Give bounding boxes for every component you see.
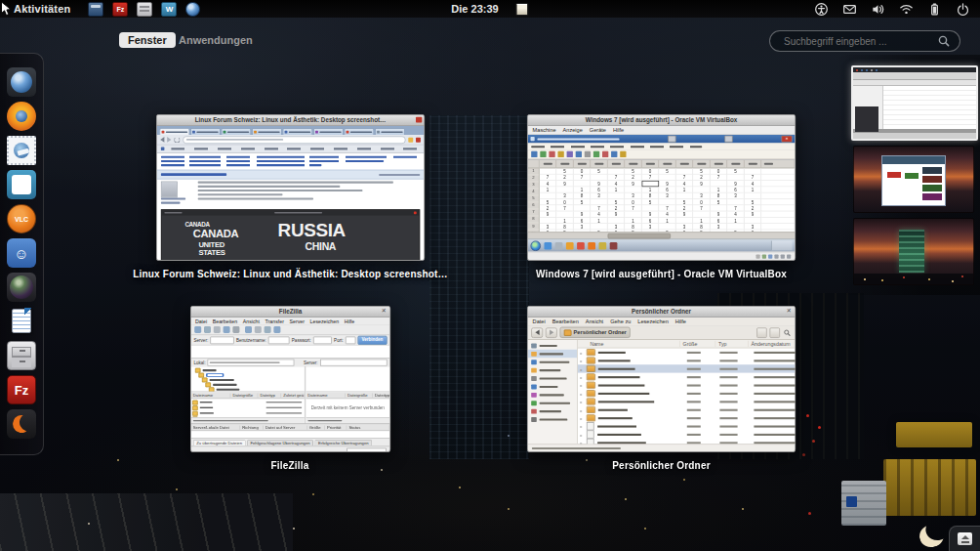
browser-tab <box>160 128 190 135</box>
port-input <box>346 336 355 344</box>
file-size <box>687 376 701 378</box>
notification-tray-icon[interactable] <box>516 3 529 16</box>
file-cabinet-icon[interactable] <box>7 341 36 370</box>
favicon-icon <box>224 130 226 133</box>
expander-icon: ▸ <box>581 374 585 379</box>
file-name <box>598 417 633 419</box>
folder-icon <box>192 400 198 404</box>
remote-pane: DateinameDateigrößeDateitypZuletzt geänd… <box>306 366 389 423</box>
word-app-icon[interactable]: W <box>161 2 177 17</box>
search-input[interactable] <box>770 35 936 48</box>
workspace-thumbnail-2[interactable] <box>853 146 974 213</box>
message-tray-corner[interactable] <box>949 526 980 551</box>
grid-column-headers <box>540 160 796 168</box>
virtualbox-title-bar: Windows 7 [wird ausgeführt] - Oracle VM … <box>528 115 796 126</box>
file-date <box>754 408 795 410</box>
mail-icon[interactable] <box>842 2 857 17</box>
window-thumbnail-browser[interactable]: Linux Forum Schweiz: Linux und Ästhetik:… <box>156 114 425 261</box>
chromium-icon[interactable] <box>7 67 36 97</box>
vlc-icon[interactable]: VLC <box>7 204 36 233</box>
grid-column-header <box>625 160 642 168</box>
column-header: Dateityp <box>373 393 390 397</box>
mini-window <box>881 155 946 206</box>
workspace-thumbnail-3[interactable] <box>853 218 974 285</box>
remote-path-input <box>320 360 388 366</box>
file-row: ▸ <box>578 389 796 397</box>
sidebar-item <box>528 415 577 423</box>
forum-user-meta <box>161 182 192 206</box>
filezilla-icon[interactable]: Fz <box>112 2 128 17</box>
filezilla-icon[interactable]: Fz <box>7 375 36 404</box>
window-thumbnail-virtualbox[interactable]: Windows 7 [wird ausgeführt] - Oracle VM … <box>527 114 796 261</box>
archive-manager-icon[interactable] <box>137 2 152 17</box>
tab-fenster[interactable]: Fenster <box>119 32 176 48</box>
forward-icon <box>167 137 171 143</box>
expander-icon: ▸ <box>581 391 585 396</box>
caption-browser: Linux Forum Schweiz: Linux und Ästhetik:… <box>107 269 473 279</box>
notes-app-icon[interactable]: W <box>7 170 36 199</box>
reload-icon <box>174 137 180 143</box>
local-directory-tree <box>191 366 305 392</box>
file-size <box>687 401 701 403</box>
firefox-icon[interactable] <box>7 102 36 131</box>
file-type <box>719 425 737 427</box>
browser-toolbar <box>157 135 425 146</box>
sidebar-item <box>528 341 577 349</box>
empathy-chat-icon[interactable]: ☺ <box>7 238 36 268</box>
clock[interactable]: Die 23:39 <box>451 3 498 15</box>
place-label <box>540 360 570 362</box>
writer-document-icon[interactable] <box>7 307 36 336</box>
header-text <box>764 163 773 165</box>
search-box <box>769 30 960 52</box>
header-text <box>679 163 688 165</box>
row-number: 1 <box>528 168 539 175</box>
expander-icon: ▸ <box>581 432 585 437</box>
thunderbird-icon[interactable] <box>7 136 36 165</box>
tab-title <box>381 131 402 132</box>
grid-column-header <box>608 160 626 168</box>
wordcloud-word: CHINA <box>306 243 337 252</box>
extension-icon <box>416 137 421 142</box>
forum-post-body <box>198 182 420 206</box>
photo-lens-icon[interactable] <box>7 273 36 302</box>
column-header: Datei auf Server <box>264 425 307 429</box>
grid-column-header <box>540 160 557 168</box>
address-bar <box>183 136 405 144</box>
menu-item: Ansicht <box>586 318 603 324</box>
window-thumbnail-files[interactable]: Persönlicher Ordner✕ DateiBearbeitenAnsi… <box>527 306 796 452</box>
media-player-icon[interactable] <box>7 409 36 439</box>
terminal-icon[interactable] <box>88 2 103 17</box>
accessibility-icon[interactable] <box>814 2 829 17</box>
grid-column-header <box>711 160 728 168</box>
row-number: 7 <box>528 209 539 216</box>
tab-anwendungen[interactable]: Anwendungen <box>177 32 255 48</box>
tree-item-label <box>217 389 240 391</box>
file-row: ▸ <box>578 439 796 445</box>
column-header: Größe <box>680 341 715 347</box>
workspace-thumbnail-1[interactable] <box>851 65 978 141</box>
battery-icon[interactable] <box>927 2 942 17</box>
back-icon <box>160 137 164 143</box>
tab-title <box>166 131 187 132</box>
remote-columns: DateinameDateigrößeDateitypZuletzt geänd… <box>306 392 389 399</box>
menu-item: Datei <box>195 318 207 324</box>
forward-button <box>546 327 557 338</box>
favicon-icon <box>162 130 165 133</box>
local-columns: DateinameDateigrößeDateitypZuletzt geänd… <box>191 392 305 399</box>
web-browser-icon[interactable] <box>185 2 200 17</box>
file-type <box>719 417 737 419</box>
sidebar-item <box>528 399 577 406</box>
mini-tower <box>899 230 924 273</box>
row-number: 9 <box>528 223 539 230</box>
forum-link-lines <box>161 156 420 169</box>
wifi-icon[interactable] <box>899 2 914 17</box>
file-type <box>719 401 737 403</box>
activities-button[interactable]: Aktivitäten <box>14 3 70 15</box>
file-name <box>598 352 626 354</box>
file-name <box>598 393 650 395</box>
volume-icon[interactable] <box>871 2 885 17</box>
window-thumbnail-filezilla[interactable]: FileZilla✕ DateiBearbeitenAnsichtTransfe… <box>190 306 390 452</box>
place-label <box>540 386 558 388</box>
file-name <box>597 425 636 427</box>
power-icon[interactable] <box>956 2 970 17</box>
